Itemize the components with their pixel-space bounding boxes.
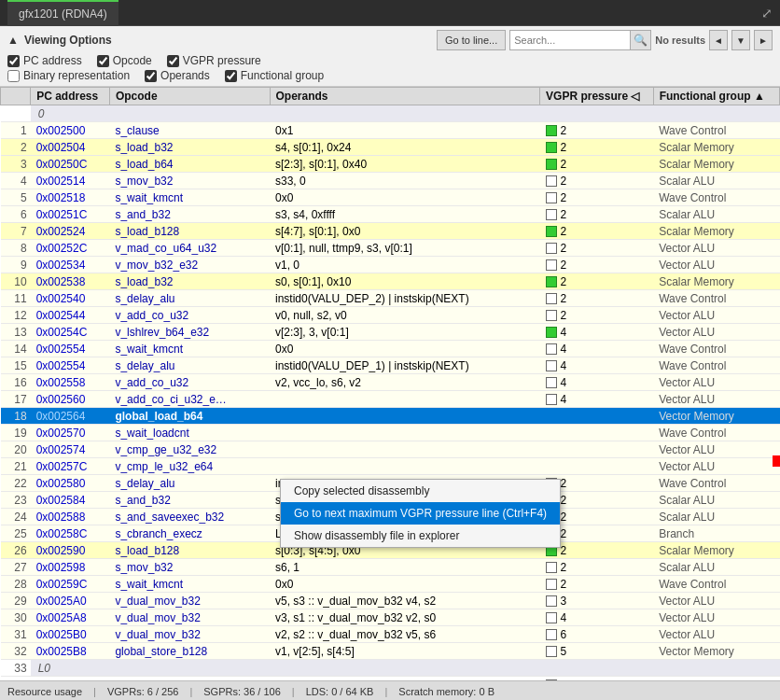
table-row[interactable]: 7 0x002524 s_load_b128 s[4:7], s[0:1], 0…	[1, 223, 780, 240]
row-funcgroup: Vector Memory	[653, 643, 779, 660]
row-idx: 26	[1, 542, 31, 559]
table-row[interactable]: 19 0x002570 s_wait_loadcnt Wave Control	[1, 425, 780, 441]
nav-down-btn[interactable]: ▼	[731, 30, 750, 50]
row-operands: v3, s1 :: v_dual_mov_b32 v2, s0	[270, 609, 540, 626]
col-header-opcode[interactable]: Opcode	[109, 88, 270, 105]
col-header-operands[interactable]: Operands	[270, 88, 540, 105]
row-funcgroup: Branch	[653, 525, 779, 542]
goto-line-btn[interactable]: Go to line...	[437, 30, 506, 50]
table-row[interactable]: 30 0x0025A8 v_dual_mov_b32 v3, s1 :: v_d…	[1, 609, 780, 626]
col-header-vgpr[interactable]: VGPR pressure ◁	[540, 88, 654, 105]
col-header-funcgroup[interactable]: Functional group ▲	[653, 88, 779, 105]
table-row[interactable]: 20 0x002574 v_cmp_ge_u32_e32 Vector ALU	[1, 441, 780, 458]
table-row[interactable]: 2 0x002504 s_load_b32 s4, s[0:1], 0x24 2…	[1, 139, 780, 156]
table-row[interactable]: 33 L0	[1, 660, 780, 677]
cb-binary[interactable]	[7, 70, 20, 82]
table-row[interactable]: 18 0x002564 global_load_b64 Vector Memor…	[1, 408, 780, 425]
ctx-menu-item-explorer[interactable]: Show disassembly file in explorer	[281, 525, 560, 547]
table-row[interactable]: 1 0x002500 s_clause 0x1 2 Wave Control	[1, 122, 780, 139]
row-pc: 0x00250C	[31, 156, 110, 173]
cb-pc-label[interactable]: PC address	[7, 54, 82, 67]
row-funcgroup: Vector ALU	[653, 593, 779, 609]
ctx-menu-item-copy[interactable]: Copy selected disassembly	[281, 480, 560, 502]
table-row[interactable]: 6 0x00251C s_and_b32 s3, s4, 0xffff 2 Sc…	[1, 206, 780, 223]
nav-prev-btn[interactable]: ◄	[709, 30, 728, 50]
toolbar-header: ▲ Viewing Options Go to line... 🔍 No res…	[7, 30, 773, 50]
row-idx: 28	[1, 576, 31, 593]
row-opcode: global_store_b128	[109, 643, 270, 660]
table-row[interactable]: 21 0x00257C v_cmp_le_u32_e64 Vector ALU	[1, 458, 780, 475]
search-input[interactable]	[509, 30, 631, 50]
table-row[interactable]: 32 0x0025B8 global_store_b128 v1, v[2:5]…	[1, 643, 780, 660]
row-vgpr	[540, 441, 654, 458]
row-opcode: s_and_saveexec_b32	[109, 509, 270, 525]
table-row[interactable]: 29 0x0025A0 v_dual_mov_b32 v5, s3 :: v_d…	[1, 593, 780, 609]
row-idx	[1, 105, 31, 122]
row-opcode: v_mov_b32_e32	[109, 257, 270, 273]
table-row[interactable]: 5 0x002518 s_wait_kmcnt 0x0 2 Wave Contr…	[1, 189, 780, 206]
row-opcode: v_add_co_ci_u32_e…	[109, 391, 270, 408]
status-lds: LDS: 0 / 64 KB	[306, 686, 374, 697]
status-separator3: |	[292, 686, 295, 697]
row-pc: 0x0025A0	[31, 593, 110, 609]
collapse-icon[interactable]: ▲	[7, 34, 19, 47]
table-row[interactable]: 9 0x002534 v_mov_b32_e32 v1, 0 2 Vector …	[1, 257, 780, 273]
row-pc: 0x002570	[31, 425, 110, 441]
table-row[interactable]: 4 0x002514 s_mov_b32 s33, 0 2 Scalar ALU	[1, 173, 780, 189]
cb-vgpr[interactable]	[167, 55, 179, 67]
cb-funcgrp[interactable]	[225, 70, 237, 82]
row-operands: s33, 0	[270, 173, 540, 189]
cb-opcode[interactable]	[97, 55, 109, 67]
row-opcode: v_cmp_ge_u32_e32	[109, 441, 270, 458]
table-row[interactable]: 0	[1, 105, 780, 122]
row-vgpr: 3	[540, 593, 654, 609]
table-row[interactable]: 14 0x002554 s_wait_kmcnt 0x0 4 Wave Cont…	[1, 341, 780, 357]
row-opcode: s_wait_loadcnt	[109, 425, 270, 441]
table-row[interactable]: 13 0x00254C v_lshlrev_b64_e32 v[2:3], 3,…	[1, 324, 780, 341]
row-funcgroup: Scalar ALU	[653, 509, 779, 525]
row-vgpr: 4	[540, 391, 654, 408]
row-opcode: s_load_b64	[109, 156, 270, 173]
search-icon-btn[interactable]: 🔍	[631, 30, 651, 50]
row-funcgroup: Vector ALU	[653, 307, 779, 324]
table-row[interactable]: 10 0x002538 s_load_b32 s0, s[0:1], 0x10 …	[1, 273, 780, 290]
table-row[interactable]: 34 0x0025C4 s_nop 0 0 Wave Control	[1, 677, 780, 681]
ctx-menu-item-vgpr[interactable]: Go to next maximum VGPR pressure line (C…	[281, 502, 560, 525]
table-row[interactable]: 11 0x002540 s_delay_alu instid0(VALU_DEP…	[1, 290, 780, 307]
table-row[interactable]: 17 0x002560 v_add_co_ci_u32_e… 4 Vector …	[1, 391, 780, 408]
cb-binary-label[interactable]: Binary representation	[7, 69, 130, 82]
row-funcgroup: Vector ALU	[653, 391, 779, 408]
table-row[interactable]: 15 0x002554 s_delay_alu instid0(VALU_DEP…	[1, 357, 780, 374]
row-operands: s6, 1	[270, 559, 540, 576]
row-vgpr: 2	[540, 273, 654, 290]
table-row[interactable]: 27 0x002598 s_mov_b32 s6, 1 2 Scalar ALU	[1, 559, 780, 576]
row-pc: 0x002554	[31, 341, 110, 357]
cb-vgpr-label[interactable]: VGPR pressure	[167, 54, 261, 67]
title-tab[interactable]: gfx1201 (RDNA4)	[7, 0, 118, 26]
table-row[interactable]: 3 0x00250C s_load_b64 s[2:3], s[0:1], 0x…	[1, 156, 780, 173]
no-results-label: No results	[655, 35, 705, 46]
row-operands: s4, s[0:1], 0x24	[270, 139, 540, 156]
row-pc: 0x002500	[31, 122, 110, 139]
table-row[interactable]: 31 0x0025B0 v_dual_mov_b32 v2, s2 :: v_d…	[1, 626, 780, 643]
row-pc: 0x002544	[31, 307, 110, 324]
table-row[interactable]: 12 0x002544 v_add_co_u32 v0, null, s2, v…	[1, 307, 780, 324]
cb-operands-label[interactable]: Operands	[145, 69, 210, 82]
table-row[interactable]: 8 0x00252C v_mad_co_u64_u32 v[0:1], null…	[1, 240, 780, 257]
row-vgpr: 2	[540, 576, 654, 593]
cb-opcode-label[interactable]: Opcode	[97, 54, 152, 67]
row-pc: 0x00258C	[31, 525, 110, 542]
table-row[interactable]: 16 0x002558 v_add_co_u32 v2, vcc_lo, s6,…	[1, 374, 780, 391]
row-idx: 22	[1, 475, 31, 492]
table-row[interactable]: 28 0x00259C s_wait_kmcnt 0x0 2 Wave Cont…	[1, 576, 780, 593]
status-bar: Resource usage | VGPRs: 6 / 256 | SGPRs:…	[0, 680, 780, 700]
row-operands	[270, 391, 540, 408]
col-header-pc[interactable]: PC address	[31, 88, 110, 105]
table-wrapper: PC address Opcode Operands VGPR pressure…	[0, 87, 780, 680]
nav-next-btn[interactable]: ►	[754, 30, 773, 50]
cb-funcgrp-label[interactable]: Functional group	[225, 69, 324, 82]
row-vgpr: 2	[540, 189, 654, 206]
cb-pc[interactable]	[7, 55, 20, 67]
restore-icon[interactable]: ⤢	[761, 6, 773, 21]
cb-operands[interactable]	[145, 70, 157, 82]
